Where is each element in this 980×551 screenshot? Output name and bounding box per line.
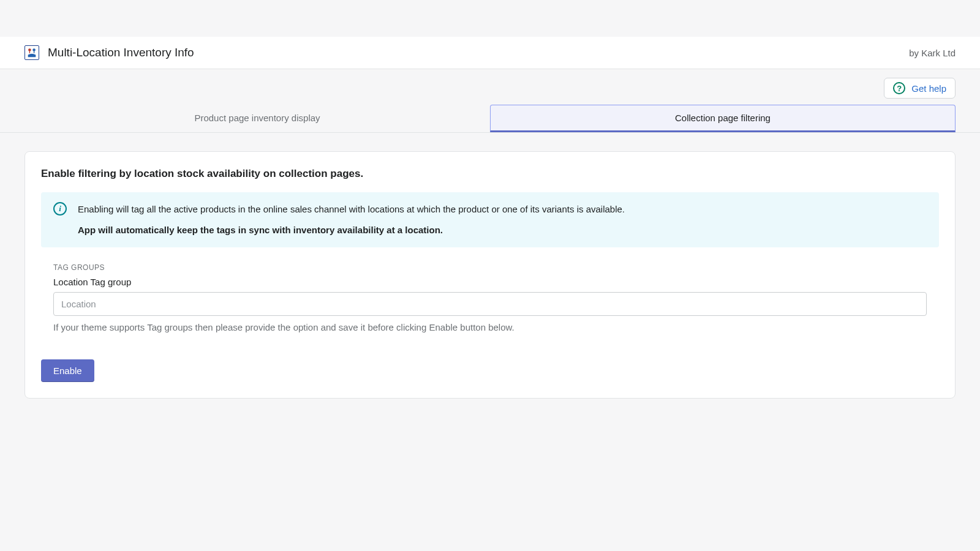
tab-product-page-inventory[interactable]: Product page inventory display (24, 105, 490, 132)
settings-card: Enable filtering by location stock avail… (24, 151, 956, 399)
field-help-text: If your theme supports Tag groups then p… (53, 322, 927, 332)
app-title: Multi-Location Inventory Info (48, 46, 194, 59)
location-pin-icon (26, 47, 37, 58)
location-tag-group-label: Location Tag group (53, 277, 927, 287)
info-banner: i Enabling will tag all the active produ… (41, 192, 939, 247)
topbar-left: Multi-Location Inventory Info (24, 45, 194, 60)
tab-collection-page-filtering[interactable]: Collection page filtering (490, 105, 956, 132)
banner-line-2: App will automatically keep the tags in … (78, 223, 625, 238)
header-actions: ? Get help (0, 69, 980, 105)
banner-text: Enabling will tag all the active product… (78, 202, 625, 238)
get-help-label: Get help (911, 83, 946, 94)
svg-point-1 (32, 48, 36, 51)
banner-line-1: Enabling will tag all the active product… (78, 204, 625, 214)
app-logo-icon (24, 45, 39, 60)
question-circle-icon: ? (893, 82, 905, 94)
tabs: Product page inventory display Collectio… (0, 105, 980, 133)
info-circle-icon: i (53, 202, 67, 216)
enable-button[interactable]: Enable (41, 359, 94, 382)
app-byline: by Kark Ltd (909, 48, 956, 58)
location-tag-group-input[interactable] (53, 292, 927, 316)
get-help-button[interactable]: ? Get help (884, 78, 956, 99)
svg-point-0 (28, 48, 31, 51)
tag-groups-section-label: TAG GROUPS (53, 263, 927, 272)
card-heading: Enable filtering by location stock avail… (41, 168, 939, 180)
app-topbar: Multi-Location Inventory Info by Kark Lt… (0, 37, 980, 69)
